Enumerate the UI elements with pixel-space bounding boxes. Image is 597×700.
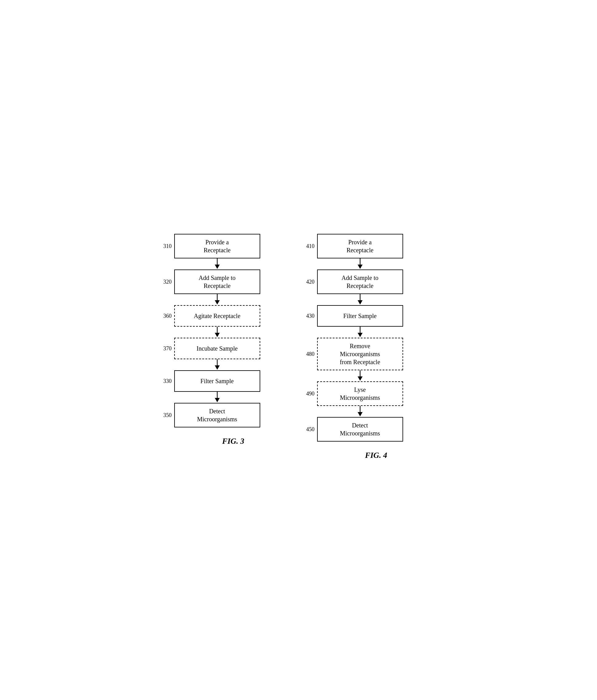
- arrow-480-490: [317, 370, 403, 381]
- page: 310 Provide aReceptacle 320 Add Sample t…: [150, 222, 448, 478]
- step-label-420: 420: [299, 279, 315, 285]
- svg-marker-19: [358, 412, 363, 416]
- step-wrapper-450: 450 DetectMicroorganisms: [317, 417, 403, 442]
- step-wrapper-330: 330 Filter Sample: [174, 370, 260, 392]
- arrow-420-430: [317, 294, 403, 305]
- arrow-490-450: [317, 406, 403, 417]
- fig4-flow: 410 Provide aReceptacle 420 Add Sample t…: [305, 234, 436, 442]
- step-row-370: 370 Incubate Sample: [174, 338, 293, 359]
- svg-marker-11: [358, 265, 363, 269]
- step-wrapper-410: 410 Provide aReceptacle: [317, 234, 403, 258]
- step-box-410: Provide aReceptacle: [317, 234, 403, 258]
- step-wrapper-310: 310 Provide aReceptacle: [174, 234, 260, 258]
- svg-marker-13: [358, 300, 363, 304]
- svg-marker-7: [215, 365, 220, 370]
- step-label-350: 350: [156, 412, 172, 419]
- step-box-360: Agitate Receptacle: [174, 305, 260, 327]
- svg-marker-5: [215, 333, 220, 337]
- step-label-320: 320: [156, 279, 172, 285]
- arrow-330-350: [174, 392, 260, 403]
- fig4-diagram: 410 Provide aReceptacle 420 Add Sample t…: [305, 234, 436, 460]
- step-wrapper-490: 490 LyseMicroorganisms: [317, 381, 403, 406]
- step-row-310: 310 Provide aReceptacle: [174, 234, 293, 258]
- arrow-360-370: [174, 327, 260, 338]
- step-row-430: 430 Filter Sample: [317, 305, 436, 327]
- arrow-430-480: [317, 327, 403, 338]
- step-row-420: 420 Add Sample toReceptacle: [317, 270, 436, 294]
- step-box-430: Filter Sample: [317, 305, 403, 327]
- step-box-480: RemoveMicroorganismsfrom Receptacle: [317, 338, 403, 370]
- step-row-410: 410 Provide aReceptacle: [317, 234, 436, 258]
- step-label-360: 360: [156, 313, 172, 319]
- arrow-410-420: [317, 258, 403, 270]
- arrow-370-330: [174, 359, 260, 370]
- step-label-310: 310: [156, 243, 172, 250]
- fig4-label: FIG. 4: [305, 451, 436, 460]
- step-row-480: 480 RemoveMicroorganismsfrom Receptacle: [317, 338, 436, 370]
- step-wrapper-480: 480 RemoveMicroorganismsfrom Receptacle: [317, 338, 403, 370]
- svg-marker-17: [358, 376, 363, 381]
- svg-marker-1: [215, 265, 220, 269]
- step-label-490: 490: [299, 391, 315, 397]
- fig3-diagram: 310 Provide aReceptacle 320 Add Sample t…: [162, 234, 293, 446]
- fig3-label: FIG. 3: [162, 436, 293, 446]
- step-label-370: 370: [156, 345, 172, 352]
- step-wrapper-420: 420 Add Sample toReceptacle: [317, 270, 403, 294]
- arrow-310-320: [174, 258, 260, 270]
- svg-marker-15: [358, 333, 363, 337]
- step-row-350: 350 DetectMicroorganisms: [174, 403, 293, 427]
- step-box-420: Add Sample toReceptacle: [317, 270, 403, 294]
- step-label-430: 430: [299, 313, 315, 319]
- step-wrapper-320: 320 Add Sample toReceptacle: [174, 270, 260, 294]
- step-row-360: 360 Agitate Receptacle: [174, 305, 293, 327]
- step-box-330: Filter Sample: [174, 370, 260, 392]
- step-label-480: 480: [299, 351, 315, 357]
- svg-marker-9: [215, 398, 220, 402]
- step-box-320: Add Sample toReceptacle: [174, 270, 260, 294]
- svg-marker-3: [215, 300, 220, 304]
- step-wrapper-350: 350 DetectMicroorganisms: [174, 403, 260, 427]
- step-label-450: 450: [299, 426, 315, 433]
- step-box-370: Incubate Sample: [174, 338, 260, 359]
- step-box-310: Provide aReceptacle: [174, 234, 260, 258]
- step-row-450: 450 DetectMicroorganisms: [317, 417, 436, 442]
- step-wrapper-360: 360 Agitate Receptacle: [174, 305, 260, 327]
- step-row-330: 330 Filter Sample: [174, 370, 293, 392]
- fig3-flow: 310 Provide aReceptacle 320 Add Sample t…: [162, 234, 293, 427]
- arrow-320-360: [174, 294, 260, 305]
- step-box-490: LyseMicroorganisms: [317, 381, 403, 406]
- step-label-330: 330: [156, 378, 172, 384]
- diagrams-row: 310 Provide aReceptacle 320 Add Sample t…: [162, 234, 436, 460]
- step-row-490: 490 LyseMicroorganisms: [317, 381, 436, 406]
- step-box-350: DetectMicroorganisms: [174, 403, 260, 427]
- step-wrapper-370: 370 Incubate Sample: [174, 338, 260, 359]
- step-wrapper-430: 430 Filter Sample: [317, 305, 403, 327]
- step-label-410: 410: [299, 243, 315, 250]
- step-box-450: DetectMicroorganisms: [317, 417, 403, 442]
- step-row-320: 320 Add Sample toReceptacle: [174, 270, 293, 294]
